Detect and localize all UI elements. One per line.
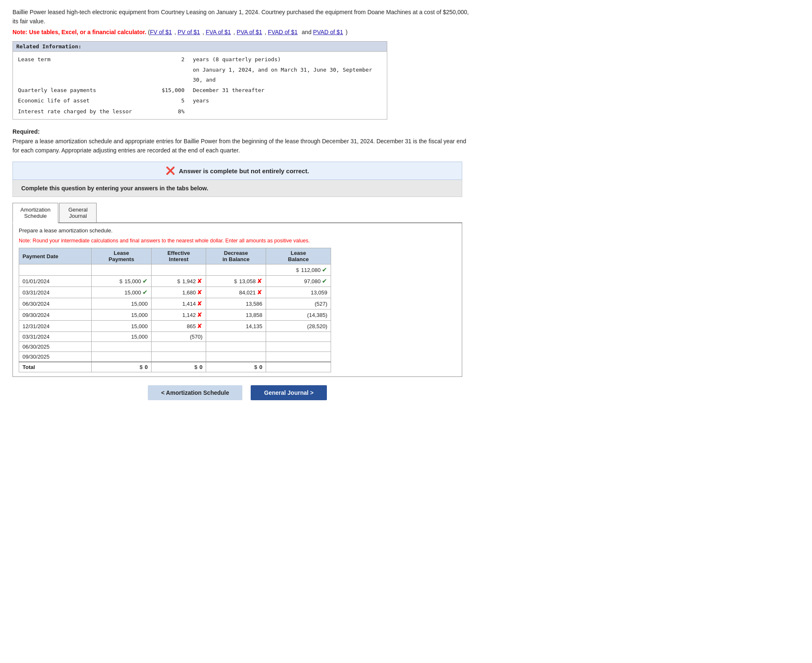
- related-info-body: Lease term 2 years (8 quarterly periods)…: [13, 52, 387, 119]
- row-lease-payment: [92, 352, 152, 362]
- x-icon: ✘: [197, 289, 202, 296]
- row-decrease: [206, 352, 266, 362]
- col-header-effective-interest: EffectiveInterest: [151, 248, 206, 264]
- total-label: Total: [19, 362, 92, 372]
- row-date: 12/31/2024: [19, 321, 92, 332]
- initial-lease-cell: [92, 264, 152, 276]
- answer-banner-text: Answer is complete but not entirely corr…: [179, 167, 309, 174]
- general-journal-button[interactable]: General Journal >: [251, 385, 327, 400]
- x-icon: ✘: [257, 277, 262, 285]
- row-date: 03/31/2024: [19, 287, 92, 298]
- amortization-schedule-label: Amortization Schedule: [166, 389, 229, 396]
- row-decrease: 13,586: [206, 298, 266, 309]
- required-text: Prepare a lease amortization schedule an…: [12, 138, 466, 154]
- answer-banner: ❌ Answer is complete but not entirely co…: [12, 162, 462, 180]
- pv-link[interactable]: PV of $1: [178, 29, 200, 35]
- fva-link[interactable]: FVA of $1: [206, 29, 231, 35]
- row-eff-interest: [151, 352, 206, 362]
- initial-dec-cell: [206, 264, 266, 276]
- bottom-navigation: < Amortization Schedule General Journal …: [12, 385, 462, 400]
- row-date: 09/30/2025: [19, 352, 92, 362]
- total-lease: $ 0: [92, 362, 152, 372]
- related-info-box: Related Information: Lease term 2 years …: [12, 41, 387, 120]
- row-lease-payment: 15,000: [92, 332, 152, 342]
- tab-amortization-schedule[interactable]: AmortizationSchedule: [12, 203, 58, 223]
- row-lease-payment: $ 15,000 ✔: [92, 276, 152, 287]
- x-icon: ✘: [197, 277, 202, 285]
- row-balance: [266, 352, 331, 362]
- initial-balance-amount: 112,080: [301, 267, 321, 273]
- col-header-lease-balance: LeaseBalance: [266, 248, 331, 264]
- fvad-link[interactable]: FVAD of $1: [268, 29, 297, 35]
- x-icon: ✘: [197, 300, 202, 307]
- intro-paragraph: Baillie Power leased high-tech electroni…: [12, 7, 471, 26]
- row-balance: 13,059: [266, 287, 331, 298]
- total-bal: [266, 362, 331, 372]
- row-decrease: $ 13,058 ✘: [206, 276, 266, 287]
- tab-note: Note: Round your intermediate calculatio…: [19, 238, 456, 244]
- complete-banner-text: Complete this question by entering your …: [21, 185, 208, 192]
- initial-date-cell: [19, 264, 92, 276]
- col-header-lease-payments: LeasePayments: [92, 248, 152, 264]
- row-eff-interest: (570): [151, 332, 206, 342]
- total-dec: $ 0: [206, 362, 266, 372]
- row-balance: [266, 342, 331, 352]
- row-date: 06/30/2025: [19, 342, 92, 352]
- row-lease-payment: 15,000 ✔: [92, 287, 152, 298]
- row-decrease: 14,135: [206, 321, 266, 332]
- amortization-schedule-button[interactable]: < Amortization Schedule: [148, 385, 242, 400]
- initial-balance-cell: $ 112,080 ✔: [266, 264, 331, 276]
- related-info-header: Related Information:: [13, 42, 387, 52]
- row-balance: 97,080 ✔: [266, 276, 331, 287]
- col-header-decrease-balance: Decreasein Balance: [206, 248, 266, 264]
- table-row: 01/01/2024 $ 15,000 ✔ $ 1,942 ✘: [19, 276, 331, 287]
- row-date: 06/30/2024: [19, 298, 92, 309]
- check-icon: ✔: [322, 277, 327, 285]
- note-line: Note: Use tables, Excel, or a financial …: [12, 29, 800, 35]
- answer-x-icon: ❌: [166, 167, 175, 175]
- row-eff-interest: 1,142 ✘: [151, 309, 206, 321]
- row-lease-payment: 15,000: [92, 321, 152, 332]
- total-row: Total $ 0 $ 0: [19, 362, 331, 372]
- fv-link[interactable]: FV of $1: [150, 29, 172, 35]
- tab-general-journal[interactable]: GeneralJournal: [59, 203, 97, 222]
- table-row: 09/30/2025: [19, 352, 331, 362]
- row-balance: (14,385): [266, 309, 331, 321]
- tabs-container: AmortizationSchedule GeneralJournal Prep…: [12, 203, 462, 377]
- complete-banner: Complete this question by entering your …: [12, 180, 462, 197]
- row-eff-interest: $ 1,942 ✘: [151, 276, 206, 287]
- row-eff-interest: 1,680 ✘: [151, 287, 206, 298]
- tab-instruction: Prepare a lease amortization schedule.: [19, 227, 456, 234]
- required-section: Required: Prepare a lease amortization s…: [12, 127, 471, 155]
- pvad-link[interactable]: PVAD of $1: [313, 29, 343, 35]
- x-icon: ✘: [197, 311, 202, 319]
- check-icon: ✔: [142, 277, 148, 285]
- initial-balance-value: $ 112,080 ✔: [269, 266, 327, 274]
- table-row: 06/30/2024 15,000 1,414 ✘ 13,586 (527): [19, 298, 331, 309]
- row-decrease: [206, 342, 266, 352]
- row-lease-payment: [92, 342, 152, 352]
- row-eff-interest: 865 ✘: [151, 321, 206, 332]
- note-label: Note: Use tables, Excel, or a financial …: [12, 29, 146, 35]
- row-eff-interest: [151, 342, 206, 352]
- lease-payment-cell: $ 15,000 ✔: [95, 277, 148, 285]
- row-lease-payment: 15,000: [92, 309, 152, 321]
- col-header-payment-date: Payment Date: [19, 248, 92, 264]
- row-eff-interest: 1,414 ✘: [151, 298, 206, 309]
- note-links: (FV of $1, PV of $1, FVA of $1, PVA of $…: [148, 29, 347, 35]
- x-icon: ✘: [197, 322, 202, 330]
- pva-link[interactable]: PVA of $1: [237, 29, 262, 35]
- tab-amortization-label: AmortizationSchedule: [20, 207, 50, 219]
- left-arrow-icon: <: [161, 389, 164, 396]
- row-lease-payment: 15,000: [92, 298, 152, 309]
- row-balance: [266, 332, 331, 342]
- tab-general-journal-label: GeneralJournal: [68, 207, 87, 219]
- row-balance: (527): [266, 298, 331, 309]
- x-icon: ✘: [257, 289, 262, 296]
- initial-dollar: $: [296, 267, 299, 273]
- table-row: 06/30/2025: [19, 342, 331, 352]
- check-icon: ✔: [142, 289, 148, 296]
- row-date: 01/01/2024: [19, 276, 92, 287]
- table-row: 03/31/2024 15,000 ✔ 1,680 ✘: [19, 287, 331, 298]
- tabs-row: AmortizationSchedule GeneralJournal: [12, 203, 462, 223]
